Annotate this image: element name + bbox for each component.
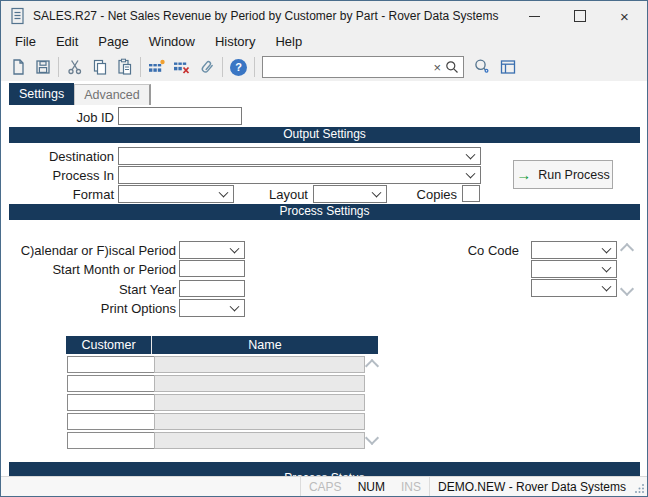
lookup-icon <box>473 58 492 76</box>
copy-icon <box>91 58 109 76</box>
toolbar-separator <box>254 57 255 77</box>
insert-row-button[interactable] <box>144 55 169 79</box>
run-process-label: Run Process <box>538 168 610 182</box>
chevron-down-icon <box>230 302 240 312</box>
close-button[interactable]: × <box>602 1 647 31</box>
process-status-header: Process Status <box>9 462 640 476</box>
new-document-icon <box>9 58 27 76</box>
start-year-field-box <box>179 280 245 297</box>
chevron-down-icon <box>466 169 476 179</box>
app-icon <box>10 7 25 25</box>
toolbar-separator <box>140 57 141 77</box>
status-bar: CAPS NUM INS DEMO.NEW - Rover Data Syste… <box>1 476 647 496</box>
save-button[interactable] <box>30 55 55 79</box>
menu-window[interactable]: Window <box>139 31 205 53</box>
save-icon <box>34 58 52 76</box>
chevron-down-icon <box>602 263 612 273</box>
customer-table-header: Customer Name <box>66 336 378 354</box>
co-code-select[interactable] <box>531 241 617 259</box>
menu-help[interactable]: Help <box>265 31 312 53</box>
customer-column-header: Customer <box>66 336 152 354</box>
copies-input[interactable] <box>463 189 479 204</box>
co-code-select[interactable] <box>531 279 617 297</box>
start-year-label: Start Year <box>1 282 176 297</box>
copies-label: Copies <box>391 187 457 202</box>
co-code-scroll-down-icon[interactable] <box>620 282 634 296</box>
maximize-icon <box>574 10 586 22</box>
caps-indicator: CAPS <box>301 480 350 494</box>
search-input[interactable] <box>263 60 430 74</box>
start-month-label: Start Month or Period <box>1 262 176 277</box>
customer-input[interactable] <box>67 375 155 392</box>
start-month-field-box <box>179 260 245 277</box>
chevron-down-icon <box>602 282 612 292</box>
destination-select[interactable] <box>118 147 481 165</box>
minimize-button[interactable] <box>512 1 557 31</box>
co-code-label: Co Code <box>431 243 519 258</box>
customer-input[interactable] <box>67 432 155 449</box>
insert-row-icon <box>147 58 166 76</box>
job-id-input[interactable] <box>119 110 241 126</box>
customer-input[interactable] <box>67 413 155 430</box>
tab-bar: Settings Advanced <box>9 83 151 105</box>
customer-table-rows <box>66 356 378 451</box>
menu-edit[interactable]: Edit <box>46 31 88 53</box>
table-row <box>66 375 378 394</box>
calendar-fiscal-label: C)alendar or F)iscal Period <box>1 243 176 258</box>
table-row <box>66 394 378 413</box>
search-box: × <box>262 56 464 78</box>
process-in-select[interactable] <box>118 166 481 184</box>
paste-button[interactable] <box>112 55 137 79</box>
format-select[interactable] <box>118 185 234 203</box>
customer-input[interactable] <box>67 394 155 411</box>
chevron-down-icon <box>466 150 476 160</box>
table-row <box>66 413 378 432</box>
window-layout-button[interactable] <box>495 55 520 79</box>
start-year-input[interactable] <box>180 284 244 299</box>
search-icon[interactable] <box>444 60 463 74</box>
job-id-label: Job ID <box>1 110 114 125</box>
clear-icon[interactable]: × <box>430 61 444 74</box>
attachments-button[interactable] <box>194 55 219 79</box>
title-bar: SALES.R27 - Net Sales Revenue by Period … <box>1 1 647 31</box>
layout-select[interactable] <box>313 185 387 203</box>
copies-field-box <box>462 185 480 202</box>
tab-settings[interactable]: Settings <box>9 83 74 105</box>
connection-status: DEMO.NEW - Rover Data Systems <box>430 480 634 494</box>
delete-row-button[interactable] <box>169 55 194 79</box>
minimize-icon <box>529 16 540 17</box>
start-month-input[interactable] <box>180 264 244 279</box>
copy-button[interactable] <box>87 55 112 79</box>
tab-advanced[interactable]: Advanced <box>74 84 151 105</box>
resize-grip[interactable] <box>634 480 646 494</box>
co-code-select[interactable] <box>531 260 617 278</box>
window-layout-icon <box>499 58 517 76</box>
lookup-button[interactable] <box>470 55 495 79</box>
print-options-label: Print Options <box>1 301 176 316</box>
new-document-button[interactable] <box>5 55 30 79</box>
menu-page[interactable]: Page <box>88 31 138 53</box>
toolbar: ? × <box>1 53 647 81</box>
name-field <box>154 432 365 449</box>
maximize-button[interactable] <box>557 1 602 31</box>
co-code-scroll-up-icon[interactable] <box>620 243 634 257</box>
help-button[interactable]: ? <box>226 55 251 79</box>
chevron-down-icon <box>602 244 612 254</box>
menu-bar: File Edit Page Window History Help <box>1 31 647 53</box>
num-indicator: NUM <box>350 480 393 494</box>
cut-button[interactable] <box>62 55 87 79</box>
name-field <box>154 394 365 411</box>
chevron-down-icon <box>372 188 382 198</box>
menu-history[interactable]: History <box>205 31 265 53</box>
process-in-label: Process In <box>1 168 114 183</box>
delete-row-icon <box>172 58 191 76</box>
print-options-select[interactable] <box>179 299 245 317</box>
calendar-fiscal-select[interactable] <box>179 241 245 259</box>
menu-file[interactable]: File <box>5 31 46 53</box>
run-process-button[interactable]: → Run Process <box>513 160 613 189</box>
name-column-header: Name <box>152 336 378 354</box>
process-settings-header: Process Settings <box>9 204 640 220</box>
name-field <box>154 375 365 392</box>
customer-input[interactable] <box>67 356 155 373</box>
name-field <box>154 356 365 373</box>
